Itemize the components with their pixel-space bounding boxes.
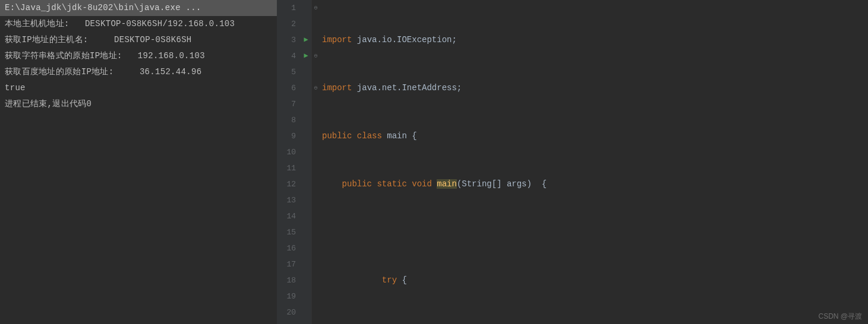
- line-number[interactable]: 14: [277, 208, 301, 224]
- console-line: true: [0, 80, 277, 96]
- line-number[interactable]: 4: [277, 48, 301, 64]
- line-number[interactable]: 6: [277, 80, 301, 96]
- fold-icon[interactable]: ⊖: [312, 48, 320, 64]
- code-line[interactable]: public static void main(String[] args) {: [320, 176, 868, 192]
- fold-icon[interactable]: ⊖: [312, 80, 320, 96]
- code-area[interactable]: import java.io.IOException; import java.…: [320, 0, 868, 324]
- line-number[interactable]: 18: [277, 272, 301, 288]
- code-line[interactable]: import java.io.IOException;: [320, 32, 868, 48]
- line-number[interactable]: 10: [277, 144, 301, 160]
- code-line[interactable]: [320, 224, 868, 240]
- fold-gutter: ⊖ ⊖ ⊖: [311, 0, 320, 324]
- run-icon[interactable]: ▶: [301, 32, 311, 48]
- code-line[interactable]: public class main {: [320, 128, 868, 144]
- line-number[interactable]: 3: [277, 32, 301, 48]
- console-command-line: E:\Java_jdk\jdk-8u202\bin\java.exe ...: [0, 0, 277, 16]
- line-number[interactable]: 16: [277, 240, 301, 256]
- line-number[interactable]: 12: [277, 176, 301, 192]
- console-line: 获取百度地址的原始IP地址: 36.152.44.96: [0, 64, 277, 80]
- code-line[interactable]: import java.net.InetAddress;: [320, 80, 868, 96]
- line-number[interactable]: 1: [277, 0, 301, 16]
- code-line[interactable]: try {: [320, 272, 868, 288]
- line-number[interactable]: 9: [277, 128, 301, 144]
- console-line: 获取字符串格式的原始IP地址: 192.168.0.103: [0, 48, 277, 64]
- console-exit-line: 进程已结束,退出代码0: [0, 96, 277, 112]
- run-gutter: ▶ ▶: [301, 0, 311, 324]
- fold-icon[interactable]: ⊖: [312, 0, 320, 16]
- line-number[interactable]: 7: [277, 96, 301, 112]
- line-number[interactable]: 8: [277, 112, 301, 128]
- line-number[interactable]: 2: [277, 16, 301, 32]
- line-number[interactable]: 20: [277, 304, 301, 320]
- run-icon[interactable]: ▶: [301, 48, 311, 64]
- line-number[interactable]: 13: [277, 192, 301, 208]
- line-number-gutter[interactable]: 1 2 3 4 5 6 7 8 9 10 11 12 13 14 15 16 1…: [277, 0, 301, 324]
- console-line: 获取IP地址的主机名: DESKTOP-0S8K6SH: [0, 32, 277, 48]
- line-number[interactable]: 19: [277, 288, 301, 304]
- code-line[interactable]: InetAddress localHost = InetAddress.getL…: [320, 320, 868, 324]
- line-number[interactable]: 15: [277, 224, 301, 240]
- line-number[interactable]: 5: [277, 64, 301, 80]
- console-line: 本地主机机地址: DESKTOP-0S8K6SH/192.168.0.103: [0, 16, 277, 32]
- watermark: CSDN @寻渡: [818, 312, 862, 322]
- code-editor[interactable]: 1 2 3 4 5 6 7 8 9 10 11 12 13 14 15 16 1…: [277, 0, 868, 324]
- line-number[interactable]: 11: [277, 160, 301, 176]
- line-number[interactable]: 17: [277, 256, 301, 272]
- console-output-panel[interactable]: E:\Java_jdk\jdk-8u202\bin\java.exe ... 本…: [0, 0, 277, 324]
